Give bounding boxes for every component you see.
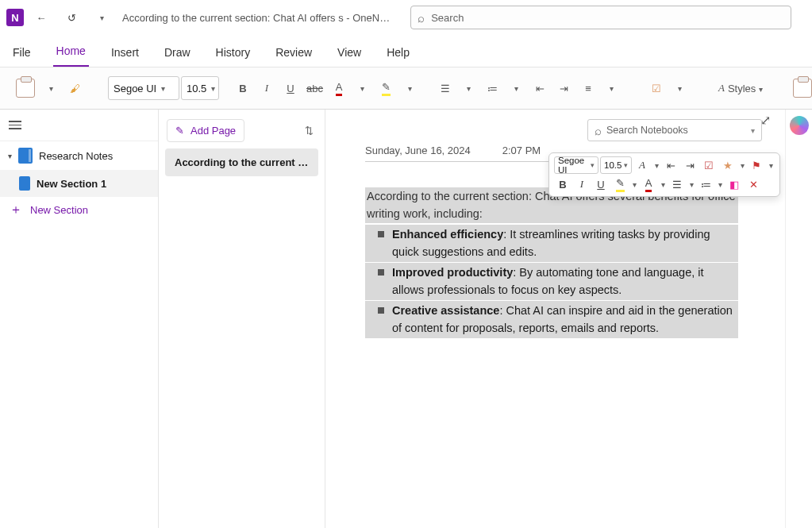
font-color-dropdown[interactable] — [352, 75, 374, 101]
ribbon-tabs: File Home Insert Draw History Review Vie… — [0, 35, 812, 67]
chevron-down-icon — [759, 83, 763, 94]
format-painter-button[interactable]: 🖌 — [63, 75, 86, 101]
mini-styles[interactable]: A — [633, 156, 651, 174]
tags-dropdown[interactable] — [669, 75, 691, 101]
mini-tag-dd[interactable] — [738, 161, 746, 170]
tab-insert[interactable]: Insert — [108, 40, 142, 67]
highlight-button[interactable]: ✎ — [375, 75, 398, 101]
add-page-label: Add Page — [190, 125, 236, 137]
page-date: Sunday, June 16, 2024 — [365, 145, 471, 156]
mini-flag-dd[interactable] — [767, 161, 775, 170]
tab-draw[interactable]: Draw — [161, 40, 194, 67]
page-canvas[interactable]: ⤢ Sunday, June 16, 2024 2:07 PM Accordin… — [325, 110, 785, 528]
align-button[interactable]: ≡ — [577, 75, 599, 101]
bullet-icon — [378, 269, 384, 276]
styles-button[interactable]: A Styles — [714, 75, 768, 101]
mini-highlight[interactable]: ✎ — [611, 175, 629, 193]
mini-delete[interactable]: ✕ — [745, 175, 762, 193]
mini-toolbar: Segoe UI▾ 10.5▾ A ⇤ ⇥ ☑ ★ ⚑ B I U ✎ — [548, 152, 780, 197]
mini-todo[interactable]: ☑ — [700, 156, 718, 174]
outdent-button[interactable]: ⇤ — [529, 75, 552, 101]
global-search[interactable]: Search — [410, 6, 791, 29]
new-section-button[interactable]: ＋ New Section — [0, 197, 158, 222]
mini-font-color[interactable]: A — [640, 175, 657, 193]
list-item[interactable]: Enhanced efficiency: It streamlines writ… — [365, 225, 738, 262]
numbering-dropdown[interactable] — [506, 75, 528, 101]
tab-home[interactable]: Home — [53, 38, 89, 67]
undo-button[interactable]: ↺ — [59, 5, 84, 30]
mini-bold[interactable]: B — [554, 175, 571, 193]
copilot-panel-button[interactable] — [790, 116, 809, 135]
highlight-dropdown[interactable] — [399, 75, 421, 101]
bullet-title: Enhanced efficiency — [392, 228, 503, 241]
sort-pages-button[interactable]: ⇅ — [302, 121, 317, 140]
content-column: ⤢ Sunday, June 16, 2024 2:07 PM Accordin… — [325, 110, 812, 528]
mini-flag[interactable]: ⚑ — [748, 156, 765, 174]
indent-button[interactable]: ⇥ — [553, 75, 575, 101]
styles-label: Styles — [728, 83, 756, 94]
mini-numbering-dd[interactable] — [716, 180, 724, 189]
underline-button[interactable]: U — [279, 75, 302, 101]
italic-button[interactable]: I — [256, 75, 278, 101]
back-button[interactable]: ← — [29, 5, 54, 30]
tab-help[interactable]: Help — [383, 40, 413, 67]
add-page-button[interactable]: ✎ Add Page — [167, 119, 244, 142]
paste-button[interactable] — [13, 75, 38, 101]
pencil-square-icon: ✎ — [175, 125, 184, 137]
todo-tag-button[interactable]: ☑ — [645, 75, 668, 101]
mini-outdent[interactable]: ⇤ — [662, 156, 679, 174]
bullets-button[interactable]: ☰ — [434, 75, 456, 101]
mini-bullets-dd[interactable] — [687, 180, 695, 189]
font-size-combo[interactable]: 10.5▾ — [181, 76, 219, 100]
mini-fontcolor-dd[interactable] — [659, 180, 667, 189]
page-item[interactable]: According to the current … — [165, 148, 318, 176]
workspace: ▾ Research Notes New Section 1 ＋ New Sec… — [0, 110, 812, 528]
tab-review[interactable]: Review — [272, 40, 315, 67]
search-notebooks[interactable]: Search Notebooks ▾ — [587, 119, 762, 141]
page-time: 2:07 PM — [502, 145, 541, 156]
mini-numbering[interactable]: ≔ — [697, 175, 714, 193]
note-container[interactable]: According to the current section: Chat A… — [365, 187, 738, 338]
font-family-value: Segoe UI — [114, 83, 156, 94]
mini-bullets[interactable]: ☰ — [668, 175, 686, 193]
mini-styles-dd[interactable] — [652, 161, 660, 170]
mini-tag-star[interactable]: ★ — [719, 156, 737, 174]
font-color-button[interactable]: A — [328, 75, 350, 101]
numbering-button[interactable]: ≔ — [482, 75, 504, 101]
nav-toggle-button[interactable] — [6, 117, 24, 134]
font-family-combo[interactable]: Segoe UI▾ — [108, 76, 179, 100]
mini-italic[interactable]: I — [573, 175, 591, 193]
bold-button[interactable]: B — [232, 75, 254, 101]
section-name: New Section 1 — [37, 178, 106, 190]
styles-icon: A — [718, 82, 725, 94]
clipboard-overflow[interactable] — [790, 75, 812, 101]
tab-view[interactable]: View — [334, 40, 364, 67]
mini-font-family[interactable]: Segoe UI▾ — [554, 156, 598, 174]
mini-font-size[interactable]: 10.5▾ — [600, 156, 632, 174]
plus-icon: ＋ — [10, 203, 22, 216]
bullets-dropdown[interactable] — [458, 75, 480, 101]
tab-history[interactable]: History — [213, 40, 254, 67]
right-rail — [785, 110, 812, 528]
mini-indent[interactable]: ⇥ — [681, 156, 698, 174]
bullet-title: Creative assistance — [392, 304, 499, 317]
notebook-item[interactable]: ▾ Research Notes — [0, 141, 158, 170]
list-item[interactable]: Improved productivity: By automating ton… — [365, 263, 738, 300]
mini-highlight-dd[interactable] — [630, 180, 638, 189]
search-notebooks-label: Search Notebooks — [606, 125, 688, 136]
mini-eraser[interactable]: ◧ — [725, 175, 743, 193]
clipboard-icon — [16, 79, 35, 98]
navigation-panel: ▾ Research Notes New Section 1 ＋ New Sec… — [0, 110, 159, 528]
bullet-icon — [378, 231, 384, 237]
mini-font-size-value: 10.5 — [604, 160, 622, 170]
paste-dropdown[interactable] — [40, 75, 62, 101]
page-list-panel: ✎ Add Page ⇅ According to the current … — [159, 110, 325, 528]
strikethrough-button[interactable]: abc — [303, 75, 326, 101]
font-size-value: 10.5 — [187, 83, 206, 94]
tab-file[interactable]: File — [10, 40, 34, 67]
align-dropdown[interactable] — [601, 75, 623, 101]
section-item[interactable]: New Section 1 — [0, 170, 158, 197]
list-item[interactable]: Creative assistance: Chat AI can inspire… — [365, 301, 738, 338]
mini-underline[interactable]: U — [592, 175, 610, 193]
qat-dropdown[interactable] — [89, 5, 114, 30]
